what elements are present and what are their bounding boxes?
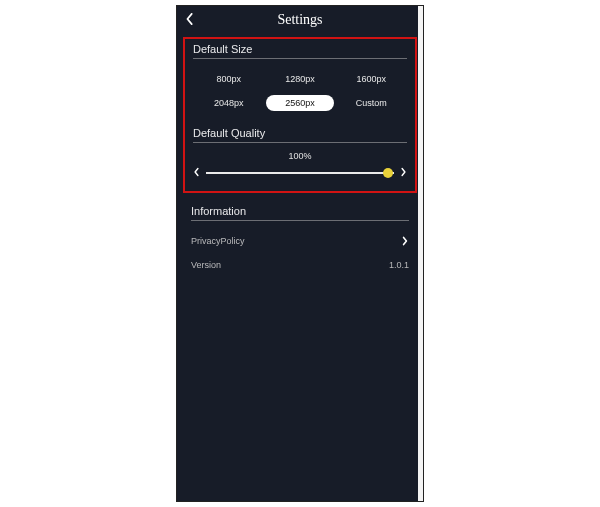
settings-screen: Settings Default Size 800px1280px1600px2… xyxy=(176,5,424,502)
version-value: 1.0.1 xyxy=(389,260,409,270)
size-option[interactable]: Custom xyxy=(338,95,405,111)
default-quality-label: Default Quality xyxy=(193,127,407,139)
divider xyxy=(193,58,407,59)
divider xyxy=(193,142,407,143)
slider-thumb[interactable] xyxy=(383,168,393,178)
size-option[interactable]: 2560px xyxy=(266,95,333,111)
divider xyxy=(191,220,409,221)
chevron-right-icon xyxy=(400,167,407,179)
chevron-right-icon xyxy=(401,236,409,246)
version-row: Version 1.0.1 xyxy=(191,253,409,277)
quality-decrease-button[interactable] xyxy=(193,167,200,179)
information-label: Information xyxy=(191,205,409,217)
size-option[interactable]: 1600px xyxy=(338,71,405,87)
information-section: Information PrivacyPolicy Version 1.0.1 xyxy=(191,205,409,277)
default-quality-section: Default Quality 100% xyxy=(193,127,407,179)
page-title: Settings xyxy=(277,12,322,28)
size-option[interactable]: 800px xyxy=(195,71,262,87)
size-option[interactable]: 1280px xyxy=(266,71,333,87)
titlebar: Settings xyxy=(177,6,423,34)
quality-increase-button[interactable] xyxy=(400,167,407,179)
privacy-policy-label: PrivacyPolicy xyxy=(191,236,245,246)
highlight-box: Default Size 800px1280px1600px2048px2560… xyxy=(183,37,417,193)
chevron-left-icon xyxy=(193,167,200,179)
size-options-grid: 800px1280px1600px2048px2560pxCustom xyxy=(193,67,407,117)
scrollbar-gutter[interactable] xyxy=(418,6,423,501)
quality-value: 100% xyxy=(193,151,407,161)
back-button[interactable] xyxy=(185,6,195,34)
quality-slider[interactable] xyxy=(206,167,394,179)
default-size-section: Default Size 800px1280px1600px2048px2560… xyxy=(193,43,407,117)
default-size-label: Default Size xyxy=(193,43,407,55)
slider-track xyxy=(206,172,394,174)
quality-slider-row xyxy=(193,167,407,179)
version-label: Version xyxy=(191,260,221,270)
chevron-left-icon xyxy=(185,13,195,27)
privacy-policy-row[interactable]: PrivacyPolicy xyxy=(191,229,409,253)
size-option[interactable]: 2048px xyxy=(195,95,262,111)
